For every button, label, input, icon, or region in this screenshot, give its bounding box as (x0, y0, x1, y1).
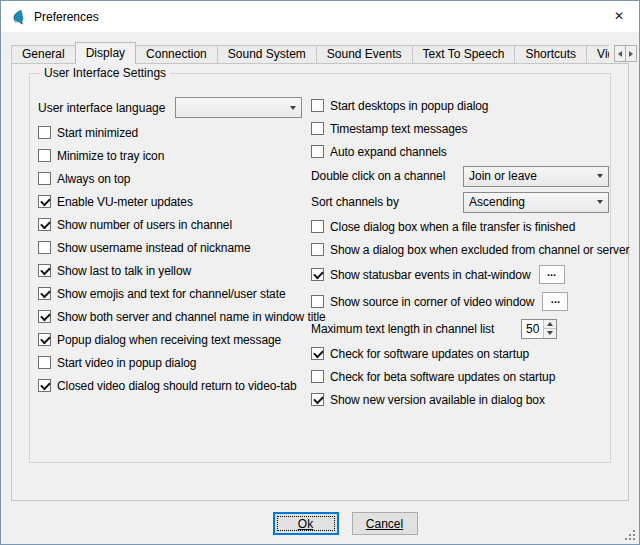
checkbox-check-for-software-updates-on-startup[interactable] (311, 347, 324, 360)
checkbox-timestamp-text-messages[interactable] (311, 122, 324, 135)
right-settings-list: Start desktops in popup dialogTimestamp … (311, 94, 611, 411)
checkbox-row-start-minimized[interactable]: Start minimized (38, 121, 306, 144)
combo-sort-channels-by[interactable]: Ascending (463, 192, 609, 213)
checkbox-show-username-instead-of-nickname[interactable] (38, 241, 51, 254)
checkbox-label: Start minimized (57, 126, 138, 140)
checkbox-row-show-last-to-talk-in-yellow[interactable]: Show last to talk in yellow (38, 259, 306, 282)
checkbox-popup-dialog-when-receiving-text-message[interactable] (38, 333, 51, 346)
display-tab-panel: User Interface Settings User interface l… (11, 63, 629, 501)
field-label-maximum-text-length-in-channel-list: Maximum text length in channel list (311, 322, 521, 336)
checkbox-label: Check for beta software updates on start… (330, 370, 555, 384)
combo-sort-channels-by-value: Ascending (469, 195, 593, 209)
tab-sound-events[interactable]: Sound Events (316, 45, 413, 63)
spinner-maximum-text-length-in-channel-list[interactable]: 50 (521, 319, 557, 339)
checkbox-label: Popup dialog when receiving text message (57, 333, 281, 347)
resize-grip-icon[interactable] (624, 529, 637, 542)
checkbox-show-new-version-available-in-dialog-box[interactable] (311, 393, 324, 406)
checkbox-label: Show number of users in channel (57, 218, 232, 232)
checkbox-minimize-to-tray-icon[interactable] (38, 149, 51, 162)
field-label-sort-channels-by: Sort channels by (311, 195, 463, 209)
spin-down-button[interactable] (544, 329, 556, 338)
checkbox-enable-vu-meter-updates[interactable] (38, 195, 51, 208)
language-label: User interface language (38, 101, 175, 115)
checkbox-label: Show both server and channel name in win… (57, 310, 326, 324)
checkbox-row-start-desktops-in-popup-dialog[interactable]: Start desktops in popup dialog (311, 94, 611, 117)
checkbox-row-close-dialog-box-when-a-file-transfer-is-finished[interactable]: Close dialog box when a file transfer is… (311, 215, 611, 238)
checkbox-show-source-in-corner-of-video-window[interactable] (311, 295, 324, 308)
arrow-right-icon (629, 51, 633, 57)
checkbox-close-dialog-box-when-a-file-transfer-is-finished[interactable] (311, 220, 324, 233)
checkbox-always-on-top[interactable] (38, 172, 51, 185)
field-row-sort-channels-by: Sort channels byAscending (311, 189, 611, 215)
checkbox-closed-video-dialog-should-return-to-video-tab[interactable] (38, 379, 51, 392)
checkbox-show-statusbar-events-in-chat-window[interactable] (311, 268, 324, 281)
checkbox-show-emojis-and-text-for-channel-user-state[interactable] (38, 287, 51, 300)
checkbox-check-for-beta-software-updates-on-startup[interactable] (311, 370, 324, 383)
checkbox-row-show-both-server-and-channel-name-in-window-title[interactable]: Show both server and channel name in win… (38, 305, 306, 328)
close-icon: ✕ (614, 9, 624, 23)
checkbox-start-desktops-in-popup-dialog[interactable] (311, 99, 324, 112)
language-row: User interface language (38, 94, 306, 121)
tab-sound-system[interactable]: Sound System (217, 45, 317, 63)
checkbox-show-a-dialog-box-when-excluded-from-channel-or-server[interactable] (311, 243, 324, 256)
checkbox-start-minimized[interactable] (38, 126, 51, 139)
checkbox-show-both-server-and-channel-name-in-window-title[interactable] (38, 310, 51, 323)
checkbox-row-minimize-to-tray-icon[interactable]: Minimize to tray icon (38, 144, 306, 167)
checkbox-row-enable-vu-meter-updates[interactable]: Enable VU-meter updates (38, 190, 306, 213)
checkbox-row-show-username-instead-of-nickname[interactable]: Show username instead of nickname (38, 236, 306, 259)
checkbox-row-closed-video-dialog-should-return-to-video-tab[interactable]: Closed video dialog should return to vid… (38, 374, 306, 397)
spinner-buttons (543, 320, 556, 338)
checkbox-label: Show username instead of nickname (57, 241, 250, 255)
close-button[interactable]: ✕ (599, 1, 639, 31)
checkbox-row-show-emojis-and-text-for-channel-user-state[interactable]: Show emojis and text for channel/user st… (38, 282, 306, 305)
left-checkbox-list: Start minimizedMinimize to tray iconAlwa… (38, 121, 306, 397)
tab-scroll-right-button[interactable] (625, 45, 637, 62)
tab-video[interactable]: Video (586, 45, 609, 63)
tab-scroll (614, 45, 637, 62)
checkbox-label: Enable VU-meter updates (57, 195, 193, 209)
tab-connection[interactable]: Connection (135, 45, 218, 63)
checkbox-label: Start desktops in popup dialog (330, 99, 488, 113)
more-button-show-statusbar-events-in-chat-window[interactable]: ... (539, 265, 565, 284)
checkbox-row-start-video-in-popup-dialog[interactable]: Start video in popup dialog (38, 351, 306, 374)
titlebar: Preferences ✕ (1, 1, 639, 32)
tab-text-to-speech[interactable]: Text To Speech (412, 45, 516, 63)
checkbox-row-show-a-dialog-box-when-excluded-from-channel-or-server[interactable]: Show a dialog box when excluded from cha… (311, 238, 611, 261)
checkbox-label: Show statusbar events in chat-window (330, 268, 531, 282)
spin-up-icon (547, 322, 553, 326)
tab-display[interactable]: Display (75, 42, 136, 64)
more-button-show-source-in-corner-of-video-window[interactable]: ... (542, 292, 568, 311)
ok-button[interactable]: Ok (273, 512, 339, 535)
checkbox-label: Close dialog box when a file transfer is… (330, 220, 575, 234)
spin-up-button[interactable] (544, 320, 556, 330)
checkbox-auto-expand-channels[interactable] (311, 145, 324, 158)
checkbox-label: Always on top (57, 172, 130, 186)
checkbox-row-show-new-version-available-in-dialog-box[interactable]: Show new version available in dialog box (311, 388, 611, 411)
checkbox-row-show-source-in-corner-of-video-window[interactable]: Show source in corner of video window... (311, 288, 611, 315)
checkbox-label: Start video in popup dialog (57, 356, 196, 370)
checkbox-label: Minimize to tray icon (57, 149, 164, 163)
combo-double-click-on-a-channel-value: Join or leave (469, 169, 593, 183)
language-combo[interactable] (175, 97, 302, 118)
checkbox-row-timestamp-text-messages[interactable]: Timestamp text messages (311, 117, 611, 140)
tab-shortcuts[interactable]: Shortcuts (514, 45, 587, 63)
cancel-button[interactable]: Cancel (352, 512, 418, 535)
checkbox-show-number-of-users-in-channel[interactable] (38, 218, 51, 231)
checkbox-row-check-for-software-updates-on-startup[interactable]: Check for software updates on startup (311, 342, 611, 365)
checkbox-start-video-in-popup-dialog[interactable] (38, 356, 51, 369)
chevron-down-icon (597, 200, 603, 204)
arrow-left-icon (618, 51, 622, 57)
combo-double-click-on-a-channel[interactable]: Join or leave (463, 166, 609, 187)
checkbox-row-check-for-beta-software-updates-on-startup[interactable]: Check for beta software updates on start… (311, 365, 611, 388)
tab-bar: GeneralDisplayConnectionSound SystemSoun… (11, 42, 609, 64)
checkbox-show-last-to-talk-in-yellow[interactable] (38, 264, 51, 277)
checkbox-label: Auto expand channels (330, 145, 447, 159)
checkbox-row-popup-dialog-when-receiving-text-message[interactable]: Popup dialog when receiving text message (38, 328, 306, 351)
checkbox-row-show-statusbar-events-in-chat-window[interactable]: Show statusbar events in chat-window... (311, 261, 611, 288)
checkbox-row-auto-expand-channels[interactable]: Auto expand channels (311, 140, 611, 163)
tab-general[interactable]: General (11, 45, 76, 63)
app-icon (10, 9, 26, 25)
checkbox-row-always-on-top[interactable]: Always on top (38, 167, 306, 190)
field-row-double-click-on-a-channel: Double click on a channelJoin or leave (311, 163, 611, 189)
checkbox-row-show-number-of-users-in-channel[interactable]: Show number of users in channel (38, 213, 306, 236)
